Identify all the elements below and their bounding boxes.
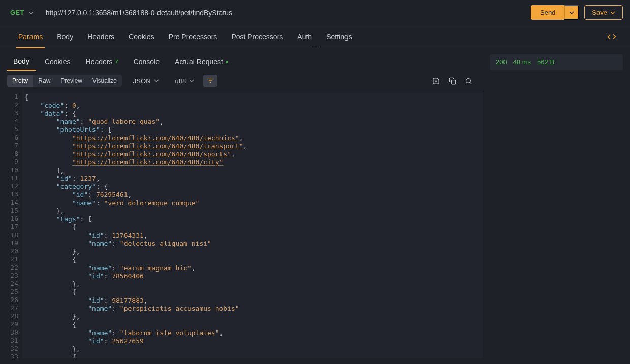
code-line: "name": "perspiciatis accusamus nobis"	[22, 305, 483, 313]
copy-icon[interactable]	[445, 74, 459, 88]
response-tab-actual-request[interactable]: Actual Request •	[169, 54, 234, 70]
method-label: GET	[10, 9, 24, 16]
send-button[interactable]: Send	[531, 5, 564, 20]
search-icon[interactable]	[461, 74, 476, 88]
code-line: "https://loremflickr.com/640/480/transpo…	[22, 142, 483, 150]
code-line: "name": "quod labore quas",	[22, 118, 483, 126]
chevron-down-icon	[189, 78, 194, 83]
chevron-down-icon	[154, 78, 159, 83]
chevron-down-icon	[610, 10, 615, 15]
svg-point-4	[466, 78, 470, 83]
code-line: ],	[22, 167, 483, 175]
status-size: 562 B	[537, 58, 554, 66]
response-panel: BodyCookiesHeaders7ConsoleActual Request…	[0, 48, 483, 358]
url-input[interactable]	[42, 7, 526, 19]
status-time: 48 ms	[513, 58, 531, 66]
svg-rect-3	[451, 80, 455, 84]
request-tabs: ParamsBodyHeadersCookiesPre ProcessorsPo…	[0, 25, 630, 48]
tab-cookies[interactable]: Cookies	[121, 25, 162, 48]
response-meta-panel: 200 48 ms 562 B	[483, 48, 630, 358]
status-code: 200	[496, 58, 507, 66]
view-mode-pretty[interactable]: Pretty	[7, 75, 33, 87]
code-line: "name": "laborum iste voluptates",	[22, 329, 483, 337]
code-line: },	[22, 313, 483, 321]
code-line: "https://loremflickr.com/640/480/technic…	[22, 134, 483, 142]
chevron-down-icon	[28, 10, 34, 15]
code-line: "id": 25627659	[22, 337, 483, 345]
response-tab-body[interactable]: Body	[7, 53, 36, 71]
code-line: "id": 76295461,	[22, 191, 483, 199]
response-tabs: BodyCookiesHeaders7ConsoleActual Request…	[0, 48, 483, 71]
request-bar: GET Send Save	[0, 0, 630, 25]
view-mode-raw[interactable]: Raw	[33, 75, 55, 87]
code-line: {	[22, 321, 483, 329]
chevron-down-icon	[569, 10, 574, 15]
tab-body[interactable]: Body	[50, 25, 80, 48]
view-mode-preview[interactable]: Preview	[55, 75, 87, 87]
response-status: 200 48 ms 562 B	[490, 54, 623, 70]
code-line: },	[22, 207, 483, 215]
view-toolbar: PrettyRawPreviewVisualize JSON utf8	[0, 71, 483, 91]
code-line: "tags": [	[22, 215, 483, 223]
code-line: "id": 78560406	[22, 272, 483, 280]
code-line: "photoUrls": [	[22, 126, 483, 134]
code-line: {	[22, 223, 483, 231]
code-line: "name": "delectus aliquam nisi"	[22, 240, 483, 248]
response-tab-headers[interactable]: Headers7	[80, 54, 124, 70]
code-line: "code": 0,	[22, 102, 483, 110]
tab-headers[interactable]: Headers	[80, 25, 121, 48]
format-label: JSON	[133, 77, 151, 85]
filter-button[interactable]	[203, 75, 217, 87]
line-gutter: 1234567891011121314151617181920212223242…	[0, 91, 22, 358]
code-line: "data": {	[22, 110, 483, 118]
view-mode-group: PrettyRawPreviewVisualize	[7, 75, 122, 87]
code-line: "name": "earum magnam hic",	[22, 264, 483, 272]
response-body-code[interactable]: 1234567891011121314151617181920212223242…	[0, 91, 483, 358]
tab-settings[interactable]: Settings	[319, 25, 359, 48]
code-line: },	[22, 345, 483, 353]
encoding-label: utf8	[175, 77, 186, 85]
send-split-button[interactable]	[564, 5, 579, 20]
save-label: Save	[592, 9, 607, 16]
tab-params[interactable]: Params	[11, 25, 50, 48]
code-line: "id": 1237,	[22, 175, 483, 183]
method-select[interactable]: GET	[7, 7, 37, 18]
send-button-group: Send	[531, 5, 579, 20]
code-line: "https://loremflickr.com/640/480/city"	[22, 158, 483, 167]
code-line: {	[22, 353, 483, 358]
code-line: },	[22, 280, 483, 288]
code-line: {	[22, 256, 483, 264]
code-line: "id": 98177883,	[22, 296, 483, 305]
code-line: {	[22, 93, 483, 102]
code-line: "https://loremflickr.com/640/480/sports"…	[22, 150, 483, 158]
code-lines: { "code": 0, "data": { "name": "quod lab…	[22, 91, 483, 358]
save-button[interactable]: Save	[584, 5, 623, 20]
code-line: "category": {	[22, 183, 483, 191]
response-tab-console[interactable]: Console	[128, 54, 166, 70]
view-mode-visualize[interactable]: Visualize	[87, 75, 122, 87]
save-response-icon[interactable]	[429, 74, 443, 88]
code-icon[interactable]	[605, 29, 619, 44]
svg-line-5	[470, 82, 471, 84]
code-line: {	[22, 288, 483, 296]
tab-pre-processors[interactable]: Pre Processors	[162, 25, 225, 48]
format-select[interactable]: JSON	[128, 75, 164, 87]
code-line: },	[22, 248, 483, 256]
code-line: "id": 13764331,	[22, 231, 483, 240]
tab-post-processors[interactable]: Post Processors	[224, 25, 290, 48]
encoding-select[interactable]: utf8	[170, 75, 200, 87]
drag-handle-icon[interactable]: ⋯⋯	[309, 44, 321, 50]
response-tab-cookies[interactable]: Cookies	[39, 54, 77, 70]
code-line: "name": "vero doloremque cumque"	[22, 199, 483, 207]
